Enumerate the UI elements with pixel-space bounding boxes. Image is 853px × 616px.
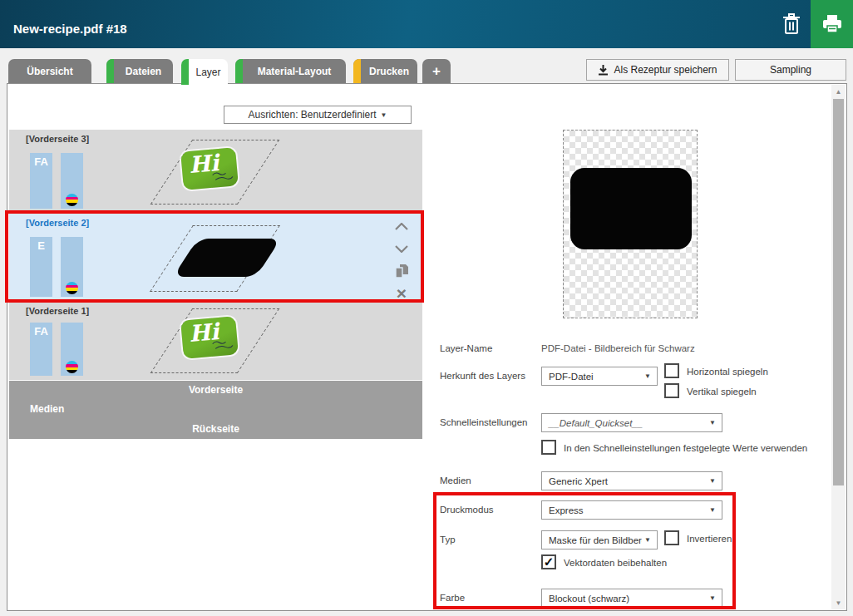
channel-bar-label: FA — [30, 155, 52, 168]
save-as-recipe-button[interactable]: Als Rezeptur speichern — [586, 59, 729, 81]
channel-bar-e: E — [30, 237, 52, 297]
tab-status-accent — [181, 59, 189, 85]
preview-black-shape — [570, 168, 692, 249]
scrollbar-thumb[interactable] — [833, 99, 844, 485]
chevron-down-icon: ▼ — [644, 536, 651, 544]
layer-thumbnail-hi-logo: Hi — [180, 147, 239, 190]
layer-origin-label: Herkunft des Layers — [440, 371, 525, 381]
tab-label: Übersicht — [27, 66, 72, 77]
mirror-vertical-label: Vertikal spiegeln — [687, 387, 757, 397]
mirror-horizontal-label: Horizontal spiegeln — [687, 367, 768, 377]
media-field-label: Medien — [440, 476, 471, 485]
media-dropdown[interactable]: Generic Xpert ▼ — [541, 471, 722, 490]
layer-row-label: [Vorderseite 3] — [26, 134, 89, 144]
download-icon — [598, 65, 609, 76]
delete-icon[interactable]: × — [393, 286, 410, 301]
quickset-label: Schnelleinstellungen — [440, 417, 528, 427]
keep-vector-data-checkbox[interactable]: ✓ — [541, 554, 556, 569]
channel-bar-cmyk — [61, 323, 83, 376]
color-field-label: Farbe — [440, 593, 465, 603]
layer-tab-panel: Ausrichten: Benutzerdefiniert ▼ [Vorders… — [7, 83, 847, 611]
type-dropdown[interactable]: Maske für den Bildbere ▼ — [541, 530, 658, 549]
titlebar: New-recipe.pdf #18 — [0, 0, 853, 48]
tab-dateien[interactable]: Dateien — [106, 59, 173, 84]
logo-script-squiggle — [211, 170, 234, 182]
chevron-down-icon: ▼ — [709, 594, 716, 602]
layer-row-vorderseite-3[interactable]: [Vorderseite 3] FA Hi — [9, 130, 422, 213]
logo-script-squiggle — [211, 338, 234, 351]
save-as-recipe-label: Als Rezeptur speichern — [614, 64, 717, 76]
channel-bar-label: E — [30, 239, 52, 252]
mirror-vertical-checkbox[interactable] — [664, 383, 679, 398]
printmode-label: Druckmodus — [440, 505, 494, 515]
scroll-down-icon[interactable]: ▼ — [831, 596, 846, 609]
invert-checkbox[interactable] — [664, 530, 679, 545]
mirror-horizontal-checkbox[interactable] — [664, 363, 679, 378]
tab-layer[interactable]: Layer — [181, 59, 228, 85]
check-icon: ✓ — [544, 554, 555, 569]
media-value: Generic Xpert — [549, 476, 608, 486]
delete-job-button[interactable] — [773, 0, 810, 48]
use-quickset-values-checkbox[interactable] — [541, 440, 556, 455]
chevron-down-icon: ▼ — [381, 111, 387, 119]
plus-icon: + — [432, 63, 441, 80]
tab-add-new[interactable]: + — [422, 59, 451, 84]
layer-row-label: [Vorderseite 2] — [26, 218, 89, 228]
chevron-down-icon: ▼ — [644, 372, 651, 380]
quickset-dropdown[interactable]: __Default_Quickset__ ▼ — [541, 413, 722, 432]
channel-bar-fa: FA — [30, 153, 52, 209]
quickset-value: __Default_Quickset__ — [549, 418, 643, 428]
tab-status-accent — [106, 59, 114, 84]
tab-label: Material-Layout — [258, 66, 332, 77]
tab-label: Layer — [195, 67, 220, 78]
scroll-up-icon[interactable]: ▲ — [831, 85, 846, 98]
chevron-down-icon: ▼ — [709, 506, 716, 514]
printmode-dropdown[interactable]: Express ▼ — [541, 500, 722, 520]
move-up-icon[interactable] — [393, 219, 410, 234]
panel-scrollbar[interactable]: ▲ ▼ — [831, 85, 846, 609]
channel-bar-cmyk — [61, 237, 83, 297]
type-label: Typ — [440, 535, 456, 545]
chevron-down-icon: ▼ — [709, 419, 716, 426]
media-section[interactable]: Vorderseite Medien Rückseite — [9, 381, 422, 439]
layer-name-value: PDF-Datei - Bildbereich für Schwarz — [541, 343, 695, 353]
sampling-button[interactable]: Sampling — [735, 59, 846, 81]
print-button[interactable] — [811, 0, 853, 48]
tab-label: Dateien — [126, 66, 161, 77]
layer-preview — [563, 130, 698, 318]
layer-row-actions: × — [392, 219, 411, 301]
align-dropdown[interactable]: Ausrichten: Benutzerdefiniert ▼ — [224, 106, 412, 124]
invert-label: Invertieren — [687, 534, 732, 544]
layer-origin-dropdown[interactable]: PDF-Datei ▼ — [541, 367, 658, 386]
layer-row-vorderseite-1[interactable]: [Vorderseite 1] FA Hi — [9, 302, 422, 380]
cmyk-color-icon — [66, 194, 78, 206]
media-front-label: Vorderseite — [9, 384, 422, 396]
layer-row-label: [Vorderseite 1] — [26, 306, 89, 316]
printer-icon — [821, 14, 843, 34]
tab-status-accent — [353, 59, 361, 84]
sampling-label: Sampling — [770, 64, 811, 76]
channel-bar-cmyk — [61, 153, 83, 209]
duplicate-icon[interactable] — [393, 264, 410, 278]
color-value: Blockout (schwarz) — [549, 594, 629, 604]
printmode-value: Express — [549, 505, 584, 515]
align-dropdown-value: Ausrichten: Benutzerdefiniert — [248, 109, 376, 121]
tab-status-accent — [235, 59, 243, 84]
window-title: New-recipe.pdf #18 — [13, 22, 127, 36]
layer-thumbnail-hi-logo: Hi — [180, 316, 239, 359]
media-back-label: Rückseite — [9, 423, 422, 435]
layer-row-vorderseite-2-selected[interactable]: [Vorderseite 2] E × — [9, 214, 422, 301]
use-quickset-values-label: In den Schnelleinstellungen festgelegte … — [564, 443, 807, 453]
type-value: Maske für den Bildbere — [549, 535, 642, 545]
keep-vector-data-label: Vektordaten beibehalten — [564, 558, 667, 568]
channel-bar-label: FA — [30, 325, 52, 338]
tab-drucken[interactable]: Drucken — [353, 59, 417, 84]
media-label: Medien — [30, 403, 64, 415]
tab-uebersicht[interactable]: Übersicht — [8, 59, 91, 84]
layer-name-label: Layer-Name — [440, 343, 492, 353]
channel-bar-fa: FA — [30, 323, 52, 376]
color-dropdown[interactable]: Blockout (schwarz) ▼ — [541, 589, 722, 608]
tab-label: Drucken — [369, 66, 409, 77]
move-down-icon[interactable] — [393, 241, 410, 256]
tab-material-layout[interactable]: Material-Layout — [235, 59, 346, 84]
